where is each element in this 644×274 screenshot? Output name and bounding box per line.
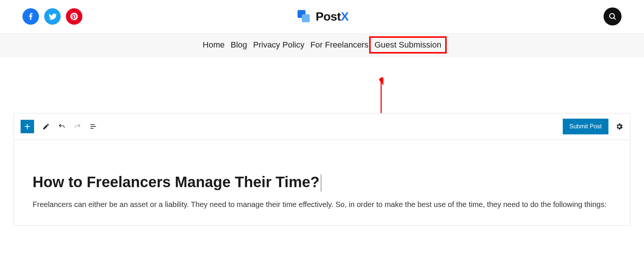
nav-item-privacy[interactable]: Privacy Policy — [250, 40, 307, 50]
search-icon — [608, 12, 617, 21]
undo-icon[interactable] — [58, 123, 66, 130]
settings-icon[interactable] — [615, 122, 623, 131]
facebook-icon[interactable] — [22, 8, 39, 25]
submit-post-button[interactable]: Submit Post — [563, 119, 608, 134]
svg-rect-7 — [91, 126, 96, 127]
svg-point-2 — [610, 13, 614, 18]
search-button[interactable] — [604, 7, 622, 25]
redo-icon[interactable] — [74, 123, 81, 130]
nav-item-guest-submission[interactable]: Guest Submission — [374, 40, 441, 49]
header: PostX — [0, 0, 644, 33]
editor-toolbar: + Submit Post — [14, 113, 630, 140]
svg-line-3 — [614, 18, 616, 19]
annotation-highlight: Guest Submission — [369, 36, 447, 54]
svg-rect-8 — [91, 128, 94, 129]
toolbar-right: Submit Post — [563, 119, 623, 134]
nav-item-freelancers[interactable]: For Freelancers — [307, 40, 371, 50]
add-block-button[interactable]: + — [21, 120, 34, 133]
nav-item-blog[interactable]: Blog — [228, 40, 250, 50]
social-icons — [22, 8, 82, 25]
editor-content[interactable]: How to Freelancers Manage Their Time? Fr… — [14, 140, 630, 225]
svg-rect-6 — [91, 124, 95, 125]
post-body[interactable]: Freelancers can either be an asset or a … — [33, 198, 611, 210]
annotation-arrow — [377, 77, 385, 115]
pinterest-icon[interactable] — [66, 8, 82, 25]
logo-text: PostX — [316, 10, 349, 24]
outline-icon[interactable] — [89, 123, 97, 130]
editor-section: + Submit Post — [0, 113, 644, 226]
post-title[interactable]: How to Freelancers Manage Their Time? — [33, 174, 321, 192]
nav-bar: Home Blog Privacy Policy For Freelancers… — [0, 33, 644, 57]
edit-icon[interactable] — [42, 123, 50, 130]
svg-rect-1 — [302, 14, 310, 22]
nav-item-home[interactable]: Home — [200, 40, 228, 50]
brand-logo[interactable]: PostX — [295, 8, 349, 25]
toolbar-left: + — [21, 120, 97, 133]
logo-icon — [295, 8, 313, 25]
twitter-icon[interactable] — [44, 8, 61, 25]
post-editor: + Submit Post — [13, 113, 631, 226]
text-cursor — [321, 174, 321, 192]
